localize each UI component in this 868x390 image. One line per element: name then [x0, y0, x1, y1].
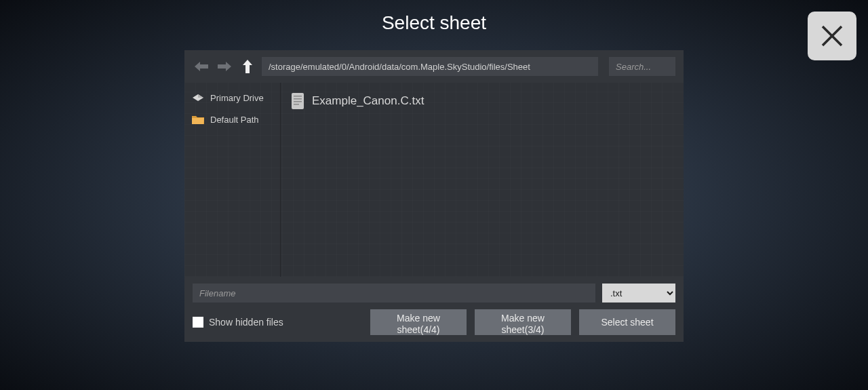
dialog-title: Select sheet: [382, 12, 486, 34]
make-new-sheet-44-button[interactable]: Make newsheet(4/4): [370, 309, 467, 335]
filename-row: .txt: [193, 284, 675, 303]
nav-back-button[interactable]: [193, 58, 210, 75]
actions-row: Show hidden files Make newsheet(4/4) Mak…: [193, 309, 675, 335]
search-input[interactable]: [609, 57, 675, 76]
close-button[interactable]: [808, 12, 856, 60]
file-name: Example_Canon.C.txt: [312, 94, 424, 108]
sidebar: Primary Drive Default Path: [184, 83, 281, 277]
close-icon: [818, 22, 846, 50]
sidebar-item-label: Primary Drive: [210, 93, 264, 103]
body-area: Primary Drive Default Path: [184, 83, 684, 277]
select-sheet-button[interactable]: Select sheet: [579, 309, 675, 335]
show-hidden-toggle[interactable]: Show hidden files: [193, 317, 362, 328]
nav-forward-button[interactable]: [216, 58, 233, 75]
svg-rect-6: [294, 98, 302, 100]
nav-up-button[interactable]: [239, 58, 256, 75]
svg-rect-5: [294, 96, 302, 97]
checkbox-icon[interactable]: [193, 317, 203, 328]
show-hidden-label: Show hidden files: [209, 317, 283, 328]
extension-select[interactable]: .txt: [602, 284, 675, 303]
sidebar-item-label: Default Path: [210, 115, 259, 125]
svg-rect-8: [294, 104, 299, 105]
bottom-area: .txt Show hidden files Make newsheet(4/4…: [184, 277, 684, 342]
svg-rect-7: [294, 101, 302, 102]
make-new-sheet-34-button[interactable]: Make newsheet(3/4): [475, 309, 571, 335]
svg-marker-3: [198, 94, 203, 98]
text-file-icon: [290, 92, 305, 110]
arrow-right-icon: [216, 60, 233, 73]
arrow-left-icon: [193, 60, 210, 73]
file-list: Example_Canon.C.txt: [281, 83, 684, 277]
sidebar-item-primary-drive[interactable]: Primary Drive: [184, 87, 280, 109]
drive-icon: [191, 92, 205, 103]
path-input[interactable]: [262, 57, 598, 76]
arrow-up-icon: [241, 58, 254, 75]
file-item[interactable]: Example_Canon.C.txt: [285, 88, 679, 114]
toolbar: [184, 50, 684, 83]
sidebar-item-default-path[interactable]: Default Path: [184, 109, 280, 130]
filename-input[interactable]: [193, 284, 595, 303]
folder-icon: [191, 114, 205, 125]
file-dialog: Primary Drive Default Path: [184, 50, 684, 342]
